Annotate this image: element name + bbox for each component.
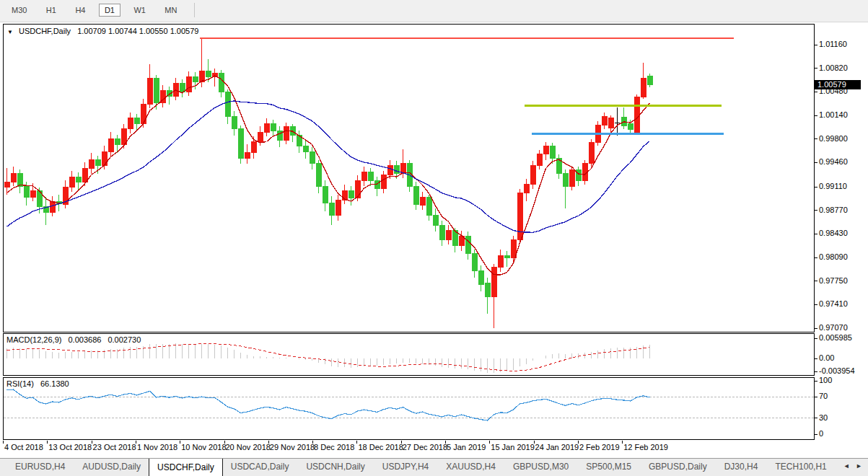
rsi-value: 66.1380 <box>40 379 69 388</box>
timeframe-button-h1[interactable]: H1 <box>40 4 62 17</box>
timeframe-button-h4[interactable]: H4 <box>69 4 91 17</box>
symbol-tab-usdcnh-daily[interactable]: USDCNH,Daily <box>298 459 372 476</box>
timeframe-toolbar: M30 H1 H4 D1 W1 MN <box>0 0 868 22</box>
symbol-tab-gbpusd-m30[interactable]: GBPUSD,M30 <box>505 459 577 476</box>
symbol-tab-usdchf-daily[interactable]: USDCHF,Daily <box>149 459 223 476</box>
symbol-tab-xauusd-h4[interactable]: XAUUSD,H4 <box>438 459 504 476</box>
symbol-tab-usdjpy-h4[interactable]: USDJPY,H4 <box>374 459 437 476</box>
timeframe-button-mn[interactable]: MN <box>159 4 183 17</box>
macd-main-value: 0.003686 <box>68 335 101 344</box>
macd-signal-value: 0.002730 <box>108 335 141 344</box>
tab-scroll-left-icon[interactable]: ◄ <box>843 462 850 470</box>
symbol-tab-sp500-m15[interactable]: SP500,M15 <box>578 459 639 476</box>
tab-scroll-right-icon[interactable]: ► <box>856 462 862 470</box>
current-price-badge: 1.00579 <box>815 80 861 89</box>
toolbar-separator <box>194 3 195 17</box>
chart-ohlc-values: 1.00709 1.00744 1.00550 1.00579 <box>77 27 198 35</box>
symbol-tab-gbpusd-daily[interactable]: GBPUSD,Daily <box>641 459 715 476</box>
symbol-tab-dj30-h4[interactable]: DJ30,H4 <box>716 459 766 476</box>
symbol-tab-tech100-h1[interactable]: TECH100,H1 <box>767 459 834 476</box>
symbol-tab-eurusd-h4[interactable]: EURUSD,H4 <box>7 459 73 476</box>
symbol-tab-bar: EURUSD,H4AUDUSD,DailyUSDCHF,DailyUSDCAD,… <box>0 458 868 476</box>
macd-panel-header: MACD(12,26,9) 0.003686 0.002730 <box>6 335 145 344</box>
tab-scroll-controls: ◄ ► <box>835 459 868 476</box>
rsi-label: RSI(14) <box>6 379 34 388</box>
timeframe-button-d1[interactable]: D1 <box>99 4 120 17</box>
symbol-tab-audusd-daily[interactable]: AUDUSD,Daily <box>74 459 149 476</box>
rsi-panel-header: RSI(14) 66.1380 <box>6 379 74 388</box>
current-price-value: 1.00579 <box>817 80 846 89</box>
symbol-tab-usdcad-daily[interactable]: USDCAD,Daily <box>223 459 297 476</box>
symbol-tab-list: EURUSD,H4AUDUSD,DailyUSDCHF,DailyUSDCAD,… <box>7 459 835 476</box>
chart-canvas[interactable] <box>0 0 868 476</box>
symbol-dropdown-icon[interactable]: ▼ <box>7 29 13 35</box>
timeframe-button-m30[interactable]: M30 <box>6 4 32 17</box>
chart-symbol-label: USDCHF,Daily <box>19 27 71 35</box>
chart-header: ▼ USDCHF,Daily 1.00709 1.00744 1.00550 1… <box>7 27 203 35</box>
macd-label: MACD(12,26,9) <box>6 335 61 344</box>
timeframe-button-w1[interactable]: W1 <box>128 4 152 17</box>
